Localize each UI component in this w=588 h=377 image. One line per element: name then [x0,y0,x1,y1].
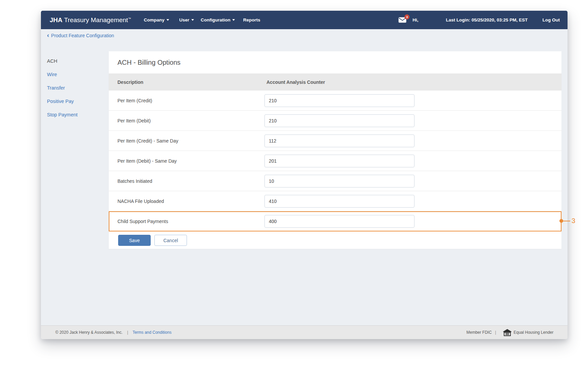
footer-separator: | [127,330,128,335]
equal-housing-lender-icon [503,329,512,336]
greeting-text: Hi, [412,17,418,22]
breadcrumb-back-link[interactable]: Product Feature Configuration [51,33,114,38]
row-description: Per Item (Credit) - Same Day [109,138,178,144]
chevron-down-icon [232,19,235,21]
chevron-left-icon: ‹ [47,32,49,38]
table-row: Per Item (Debit) - Same Day [109,151,561,171]
row-description: Batches Initiated [109,178,152,184]
table-row: NACHA File Uploaded [109,191,561,211]
callout-number: 3 [572,217,575,225]
counter-input[interactable] [264,155,414,167]
menu-reports-label: Reports [243,17,260,22]
terms-and-conditions-link[interactable]: Terms and Conditions [133,330,172,335]
menu-company-label: Company [144,17,164,22]
menu-company[interactable]: Company [144,17,169,22]
menu-configuration[interactable]: Configuration [201,17,235,22]
feature-sidebar: ACH Wire Transfer Positive Pay Stop Paym… [47,54,104,121]
unread-count-badge: 3 [404,14,409,19]
table-header-row: Description Account Analysis Counter [109,73,561,91]
column-header-counter: Account Analysis Counter [266,79,325,85]
brand-jha: JHA [50,16,62,23]
footer-left: © 2020 Jack Henry & Associates, Inc. | T… [55,330,172,335]
cancel-button[interactable]: Cancel [154,235,187,246]
content-area: ACH Wire Transfer Positive Pay Stop Paym… [41,42,568,325]
page-title: ACH - Billing Options [109,51,561,73]
row-description: Per Item (Debit) [109,118,151,123]
chevron-down-icon [166,19,169,21]
copyright-text: © 2020 Jack Henry & Associates, Inc. [55,330,122,335]
table-row: Per Item (Credit) - Same Day [109,131,561,151]
row-description: Per Item (Debit) - Same Day [109,158,177,164]
brand-logo: JHA Treasury Management™ [50,16,131,24]
table-row: Per Item (Debit) [109,111,561,131]
counter-input[interactable] [264,134,414,147]
billing-options-panel: ACH - Billing Options Description Accoun… [109,51,561,249]
log-out-button[interactable]: Log Out [542,17,560,22]
save-button[interactable]: Save [118,235,151,246]
brand-trademark: ™ [128,17,131,20]
footer-bar: © 2020 Jack Henry & Associates, Inc. | T… [41,325,568,339]
callout-dot-icon [559,219,563,223]
page-background: JHA Treasury Management™ Company User Co… [0,0,588,377]
counter-input[interactable] [264,114,414,127]
row-description: Per Item (Credit) [109,98,152,103]
chevron-down-icon [191,19,194,21]
table-row: Batches Initiated [109,171,561,191]
counter-input[interactable] [264,195,414,208]
main-menu: Company User Configuration Reports [144,17,260,22]
callout-line [563,221,570,221]
menu-user-label: User [179,17,189,22]
equal-housing-text: Equal Housing Lender [513,330,553,335]
app-window: JHA Treasury Management™ Company User Co… [41,11,568,339]
sidebar-item-transfer[interactable]: Transfer [47,81,104,95]
menu-reports[interactable]: Reports [243,17,260,22]
menu-user[interactable]: User [179,17,194,22]
top-navbar: JHA Treasury Management™ Company User Co… [41,11,568,29]
member-fdic-text: Member FDIC [467,330,492,335]
table-row: Per Item (Credit) [109,91,561,111]
column-header-description: Description [109,79,143,85]
annotation-callout-3: 3 [559,217,575,225]
counter-input[interactable] [264,215,414,228]
counter-input[interactable] [264,175,414,187]
sidebar-item-stop-payment[interactable]: Stop Payment [47,108,104,121]
sidebar-item-positive-pay[interactable]: Positive Pay [47,95,104,108]
action-buttons: Save Cancel [109,235,561,246]
navbar-right-group: 3 Hi, Last Login: 05/25/2020, 03:25 PM, … [398,17,560,23]
table-row-highlighted: Child Support Payments [109,211,561,231]
row-description: NACHA File Uploaded [109,199,164,204]
brand-name: Treasury Management [62,16,128,23]
footer-right: Member FDIC | Equal Housing Lender [467,329,553,336]
last-login-text: Last Login: 05/25/2020, 03:25 PM, EST [446,17,528,22]
breadcrumb: ‹ Product Feature Configuration [41,29,568,42]
sidebar-item-wire[interactable]: Wire [47,68,104,81]
messages-button[interactable]: 3 [398,17,406,23]
menu-configuration-label: Configuration [201,17,230,22]
counter-input[interactable] [264,94,414,107]
row-description: Child Support Payments [109,219,168,224]
sidebar-item-ach[interactable]: ACH [47,54,104,68]
footer-separator: | [495,330,496,335]
